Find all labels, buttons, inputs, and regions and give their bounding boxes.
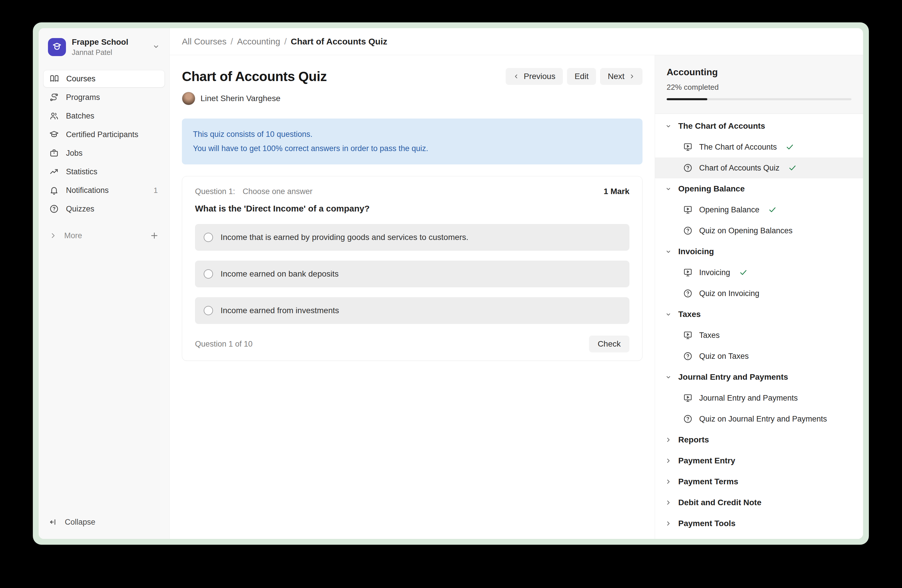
quiz-icon bbox=[683, 163, 693, 173]
next-button[interactable]: Next bbox=[600, 68, 642, 85]
outline-item-chart-of-accounts-quiz[interactable]: Chart of Accounts Quiz bbox=[655, 158, 863, 178]
outline-item-opening-balance[interactable]: Opening Balance bbox=[655, 199, 863, 220]
sidebar-item-more[interactable]: More bbox=[43, 227, 165, 244]
outline-item-journal-entry-and-payments[interactable]: Journal Entry and Payments bbox=[655, 388, 863, 408]
question-meta: Question 1: Choose one answer 1 Mark bbox=[195, 187, 630, 196]
completed-check-icon bbox=[739, 268, 748, 277]
answer-option[interactable]: Income earned on bank deposits bbox=[195, 261, 630, 287]
outline-section-reports[interactable]: Reports bbox=[655, 429, 863, 450]
outline-item-invoicing[interactable]: Invoicing bbox=[655, 262, 863, 283]
outline-item-quiz-on-opening-balances[interactable]: Quiz on Opening Balances bbox=[655, 220, 863, 241]
outline-section-journal-entry-and-payments[interactable]: Journal Entry and Payments bbox=[655, 367, 863, 388]
sidebar-item-batches[interactable]: Batches bbox=[43, 107, 165, 125]
outline-item-label: Quiz on Taxes bbox=[699, 352, 749, 361]
sidebar-item-notifications[interactable]: Notifications1 bbox=[43, 181, 165, 199]
course-outline-panel: Accounting 22% completed The Chart of Ac… bbox=[655, 55, 863, 539]
sidebar-item-label: Batches bbox=[66, 111, 94, 120]
body-row: Chart of Accounts Quiz Previous Edit bbox=[170, 55, 863, 539]
outline-item-taxes[interactable]: Taxes bbox=[655, 325, 863, 346]
sidebar-item-quizzes[interactable]: Quizzes bbox=[43, 200, 165, 217]
collapse-icon bbox=[49, 518, 58, 527]
collapse-sidebar-button[interactable]: Collapse bbox=[43, 514, 165, 530]
course-outline-list: The Chart of AccountsThe Chart of Accoun… bbox=[655, 114, 863, 539]
previous-button[interactable]: Previous bbox=[506, 68, 563, 85]
sidebar-item-jobs[interactable]: Jobs bbox=[43, 144, 165, 162]
sidebar-item-label: Courses bbox=[66, 74, 96, 83]
completed-check-icon bbox=[786, 142, 794, 152]
outline-item-quiz-on-journal-entry-and-payments[interactable]: Quiz on Journal Entry and Payments bbox=[655, 408, 863, 429]
breadcrumb-separator: / bbox=[284, 37, 287, 46]
chevron-down-icon[interactable] bbox=[152, 42, 160, 52]
sidebar-item-courses[interactable]: Courses bbox=[43, 70, 165, 88]
outline-section-label: Taxes bbox=[678, 310, 701, 319]
sidebar-item-statistics[interactable]: Statistics bbox=[43, 163, 165, 180]
app-window-frame: Frappe School Jannat Patel CoursesProgra… bbox=[33, 22, 869, 545]
book-open-icon bbox=[49, 74, 59, 84]
outline-item-label: Quiz on Opening Balances bbox=[699, 226, 792, 235]
edit-button[interactable]: Edit bbox=[567, 68, 596, 85]
chevron-right-icon bbox=[665, 478, 672, 485]
breadcrumb-item[interactable]: Accounting bbox=[237, 37, 280, 46]
chevron-right-icon bbox=[49, 231, 57, 240]
users-icon bbox=[49, 111, 59, 121]
sidebar-item-label: Quizzes bbox=[66, 205, 94, 214]
quiz-icon bbox=[683, 351, 693, 361]
sidebar-item-programs[interactable]: Programs bbox=[43, 89, 165, 106]
plus-icon[interactable] bbox=[150, 231, 159, 240]
notification-count-badge: 1 bbox=[154, 186, 159, 195]
outline-item-the-chart-of-accounts[interactable]: The Chart of Accounts bbox=[655, 136, 863, 158]
radio-button-icon[interactable] bbox=[204, 269, 213, 278]
outline-section-taxes[interactable]: Taxes bbox=[655, 304, 863, 325]
course-progress-bar bbox=[667, 98, 852, 100]
outline-section-label: Payment Tools bbox=[678, 519, 736, 528]
check-button[interactable]: Check bbox=[589, 336, 630, 352]
outline-item-label: Quiz on Invoicing bbox=[699, 289, 759, 298]
quiz-icon bbox=[683, 288, 693, 299]
workspace-title: Frappe School bbox=[72, 38, 146, 47]
route-icon bbox=[49, 92, 59, 102]
chevron-down-icon bbox=[665, 123, 672, 130]
question-number-label: Question 1: bbox=[195, 187, 235, 196]
lesson-video-icon bbox=[683, 142, 693, 152]
chevron-right-icon bbox=[665, 457, 672, 464]
outline-section-the-chart-of-accounts[interactable]: The Chart of Accounts bbox=[655, 116, 863, 136]
graduation-cap-logo-icon bbox=[51, 41, 63, 53]
next-label: Next bbox=[608, 72, 625, 81]
sidebar-item-certified-participants[interactable]: Certified Participants bbox=[43, 126, 165, 143]
radio-button-icon[interactable] bbox=[204, 306, 213, 315]
outline-section-payment-terms[interactable]: Payment Terms bbox=[655, 471, 863, 492]
outline-section-invoicing[interactable]: Invoicing bbox=[655, 241, 863, 262]
quiz-main: Chart of Accounts Quiz Previous Edit bbox=[170, 55, 655, 539]
outline-section-debit-and-credit-note[interactable]: Debit and Credit Note bbox=[655, 492, 863, 513]
edit-label: Edit bbox=[575, 72, 589, 81]
sidebar-spacer bbox=[43, 244, 165, 514]
question-text: What is the 'Direct Income' of a company… bbox=[195, 204, 630, 214]
answer-option[interactable]: Income earned from investments bbox=[195, 297, 630, 324]
quiz-header: Chart of Accounts Quiz Previous Edit bbox=[182, 68, 642, 85]
answer-option[interactable]: Income that is earned by providing goods… bbox=[195, 224, 630, 251]
outline-item-label: Journal Entry and Payments bbox=[699, 394, 798, 403]
content-area: All Courses/Accounting/Chart of Accounts… bbox=[170, 28, 863, 539]
chevron-down-icon bbox=[665, 185, 672, 192]
previous-label: Previous bbox=[524, 72, 555, 81]
workspace-user: Jannat Patel bbox=[72, 48, 146, 57]
quiz-icon bbox=[683, 226, 693, 236]
outline-section-label: Payment Terms bbox=[678, 477, 738, 486]
course-title: Accounting bbox=[667, 67, 852, 78]
outline-section-payment-entry[interactable]: Payment Entry bbox=[655, 450, 863, 471]
outline-section-opening-balance[interactable]: Opening Balance bbox=[655, 178, 863, 199]
workspace-switcher[interactable]: Frappe School Jannat Patel bbox=[43, 36, 165, 58]
outline-section-payment-tools[interactable]: Payment Tools bbox=[655, 513, 863, 534]
outline-item-quiz-on-invoicing[interactable]: Quiz on Invoicing bbox=[655, 283, 863, 304]
outline-item-quiz-on-taxes[interactable]: Quiz on Taxes bbox=[655, 346, 863, 367]
page-title: Chart of Accounts Quiz bbox=[182, 69, 327, 84]
left-sidebar: Frappe School Jannat Patel CoursesProgra… bbox=[39, 28, 170, 539]
radio-button-icon[interactable] bbox=[204, 233, 213, 242]
outline-section-label: Journal Entry and Payments bbox=[678, 372, 788, 382]
question-progress-label: Question 1 of 10 bbox=[195, 339, 252, 349]
breadcrumb-bar: All Courses/Accounting/Chart of Accounts… bbox=[170, 28, 863, 55]
frappe-school-logo bbox=[48, 38, 66, 56]
breadcrumb-item[interactable]: All Courses bbox=[182, 37, 226, 46]
trending-up-icon bbox=[49, 167, 59, 177]
bell-icon bbox=[49, 185, 59, 195]
